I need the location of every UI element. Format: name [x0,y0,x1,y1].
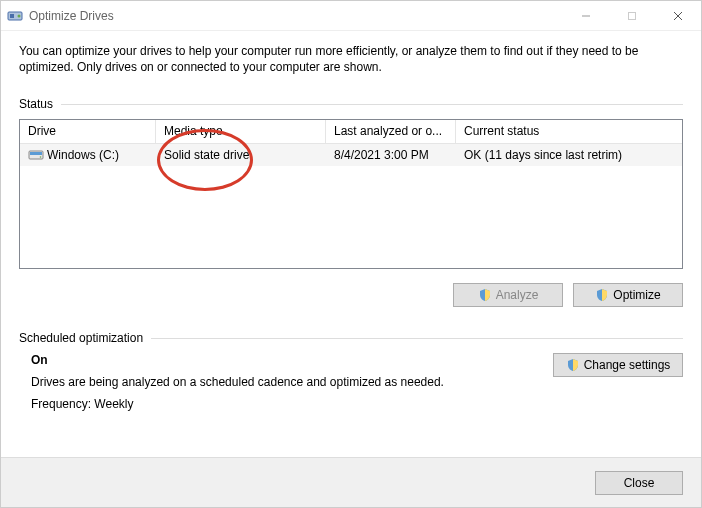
drive-row[interactable]: Windows (C:) Solid state drive 8/4/2021 … [20,144,682,166]
scheduled-optimization-section: Scheduled optimization On Drives are bei… [19,331,683,419]
drive-list-header: Drive Media type Last analyzed or o... C… [20,120,682,144]
last-analyzed-cell: 8/4/2021 3:00 PM [326,148,456,162]
change-settings-button[interactable]: Change settings [553,353,683,377]
status-label-text: Status [19,97,53,111]
svg-point-9 [40,157,42,159]
drive-cell: Windows (C:) [20,148,156,162]
drive-icon [28,148,44,162]
close-label: Close [624,476,655,490]
bottom-bar: Close [1,457,701,507]
titlebar: Optimize Drives [1,1,701,31]
current-status-cell: OK (11 days since last retrim) [456,148,682,162]
window-title: Optimize Drives [29,9,563,23]
change-settings-label: Change settings [584,358,671,372]
drive-name: Windows (C:) [47,148,119,162]
svg-rect-4 [629,12,636,19]
close-button[interactable]: Close [595,471,683,495]
optimize-label: Optimize [613,288,660,302]
analyze-label: Analyze [496,288,539,302]
shield-icon [478,288,492,302]
svg-rect-8 [30,152,42,155]
close-window-button[interactable] [655,1,701,30]
divider [61,104,683,105]
intro-text: You can optimize your drives to help you… [19,43,683,75]
content-area: You can optimize your drives to help you… [1,31,701,457]
window-controls [563,1,701,30]
media-type-cell: Solid state drive [156,148,326,162]
column-header-media-type[interactable]: Media type [156,120,326,143]
maximize-button[interactable] [609,1,655,30]
shield-icon [566,358,580,372]
column-header-current-status[interactable]: Current status [456,120,682,143]
scheduled-section-label: Scheduled optimization [19,331,683,345]
scheduled-text: On Drives are being analyzed on a schedu… [19,353,553,419]
scheduled-on-label: On [31,353,553,367]
divider [151,338,683,339]
minimize-button[interactable] [563,1,609,30]
svg-point-2 [18,14,21,17]
optimize-drives-window: Optimize Drives You can optimize your dr… [0,0,702,508]
drive-buttons-row: Analyze Optimize [19,283,683,307]
shield-icon [595,288,609,302]
column-header-drive[interactable]: Drive [20,120,156,143]
scheduled-description: Drives are being analyzed on a scheduled… [31,375,553,389]
scheduled-label-text: Scheduled optimization [19,331,143,345]
drive-list[interactable]: Drive Media type Last analyzed or o... C… [19,119,683,269]
optimize-button[interactable]: Optimize [573,283,683,307]
scheduled-frequency: Frequency: Weekly [31,397,553,411]
analyze-button[interactable]: Analyze [453,283,563,307]
app-icon [7,8,23,24]
status-section-label: Status [19,97,683,111]
svg-rect-1 [10,14,14,18]
scheduled-body: On Drives are being analyzed on a schedu… [19,353,683,419]
column-header-last-analyzed[interactable]: Last analyzed or o... [326,120,456,143]
